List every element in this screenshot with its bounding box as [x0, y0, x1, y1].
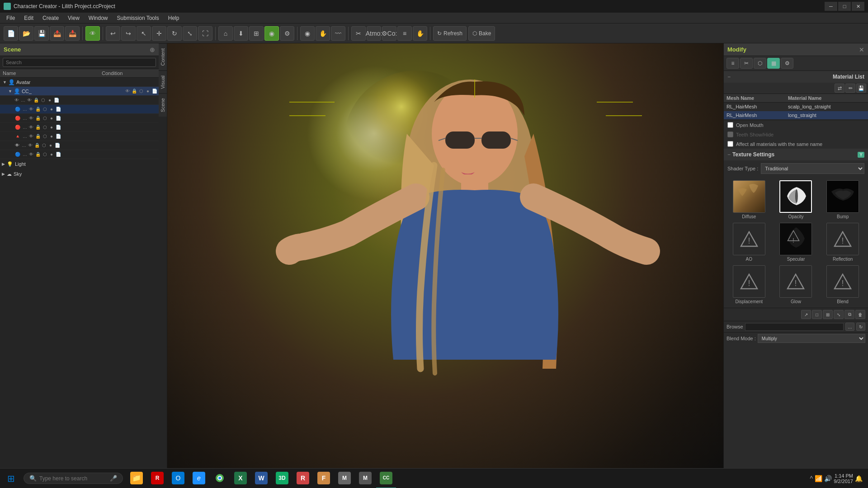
blend-mode-select[interactable]: Multiply Add Normal Screen Overlay [758, 334, 865, 343]
dot-s7[interactable]: ● [48, 152, 55, 157]
tree-row-cc[interactable]: ▼ 👤 CC_ 👁 🔒 ⬡ ● 📄 [0, 87, 159, 96]
chevron-right-light-icon[interactable]: ▶ [2, 162, 5, 166]
tab-scene[interactable]: Scene [159, 93, 167, 117]
gesture-button[interactable]: ✋ [413, 26, 427, 41]
minimize-button[interactable]: ─ [825, 2, 837, 11]
taskbar-app-cc[interactable]: CC [376, 469, 396, 488]
lock-s3[interactable]: 🔒 [35, 116, 41, 121]
viewport[interactable] [167, 43, 723, 488]
mat-row-1[interactable]: RL_HairMesh scalp_long_straight [724, 103, 868, 111]
rotate-button[interactable]: ↻ [167, 26, 182, 41]
dot-s4[interactable]: ● [48, 125, 55, 130]
lock-s[interactable]: 🔒 [33, 98, 39, 103]
tree-row-sub2[interactable]: 🔵 … 👁 🔒 ⬡ ● 📄 [0, 105, 159, 114]
modify-tab-texture[interactable]: ▦ [767, 58, 780, 69]
menu-window[interactable]: Window [84, 14, 113, 22]
material-list-collapse-icon[interactable]: − [727, 74, 731, 80]
expand-s5[interactable]: … [22, 134, 28, 139]
new-button[interactable]: 📄 [4, 26, 18, 41]
marker-icon[interactable]: ● [145, 89, 151, 94]
tab-visual[interactable]: Visual [159, 70, 167, 94]
export-button[interactable]: 📤 [50, 26, 64, 41]
taskbar-app-3d5[interactable]: M [355, 469, 375, 488]
mat-action-edit[interactable]: ✏ [845, 84, 855, 93]
modify-tab-adjust[interactable]: ≡ [726, 58, 739, 69]
eye-s6[interactable]: 👁 [27, 143, 33, 148]
mesh-s2[interactable]: ⬡ [42, 107, 48, 112]
mesh-s[interactable]: ⬡ [40, 98, 46, 103]
mesh-s6[interactable]: ⬡ [41, 143, 47, 148]
close-button[interactable]: ✕ [852, 2, 864, 11]
modify-tab-mesh[interactable]: ⬡ [754, 58, 766, 69]
texture-diffuse-thumb[interactable] [733, 180, 765, 213]
mesh-s5[interactable]: ⬡ [42, 134, 48, 139]
taskbar-app-3d2[interactable]: R [293, 469, 313, 488]
expand-icon-s1[interactable]: … [20, 98, 26, 103]
open-mouth-checkbox[interactable] [727, 122, 733, 128]
taskbar-app-rl[interactable]: R [147, 469, 167, 488]
modify-tab-settings[interactable]: ⚙ [781, 58, 793, 69]
tree-row-sub5[interactable]: 🔺 … 👁 🔒 ⬡ ● 📄 [0, 132, 159, 141]
taskbar-app-3d1[interactable]: 3D [272, 469, 292, 488]
texture-settings-collapse-icon[interactable]: − [727, 151, 731, 158]
tree-row-sky[interactable]: ▶ ☁ Sky [0, 169, 159, 179]
refresh-button[interactable]: ↻ Refresh [433, 26, 467, 41]
eye-icon[interactable]: 👁 [124, 89, 131, 94]
tex-export-button[interactable]: ↗ [801, 310, 811, 319]
mat-action-save[interactable]: 💾 [856, 84, 866, 93]
expand-icon-s2[interactable]: … [22, 107, 28, 112]
menu-create[interactable]: Create [38, 14, 63, 22]
down-button[interactable]: ⬇ [234, 26, 248, 41]
tex-delete-button[interactable]: 🗑 [855, 310, 865, 319]
tree-row-sub3[interactable]: 🔴 … 👁 🔒 ⬡ ● 📄 [0, 114, 159, 123]
doc-s2[interactable]: 📄 [55, 107, 61, 112]
taskbar-app-excel[interactable]: X [231, 469, 250, 488]
undo-button[interactable]: ↩ [106, 26, 120, 41]
maximize-button[interactable]: □ [838, 2, 851, 11]
modify-close-icon[interactable]: ✕ [859, 46, 864, 53]
eye-s2[interactable]: 👁 [28, 107, 34, 112]
tree-row-light[interactable]: ▶ 💡 Light [0, 159, 159, 169]
fullscreen-button[interactable]: ⛶ [198, 26, 212, 41]
taskbar-app-3d3[interactable]: F [314, 469, 334, 488]
browse-input[interactable] [745, 323, 844, 331]
scale-button[interactable]: ⤡ [183, 26, 197, 41]
system-clock[interactable]: 1:14 PM 9/2/2017 [834, 473, 853, 484]
eye-s4[interactable]: 👁 [28, 125, 34, 130]
affect-all-checkbox[interactable] [727, 141, 733, 147]
import-button[interactable]: 📥 [65, 26, 80, 41]
doc-s3[interactable]: 📄 [55, 116, 61, 121]
texture-bump-thumb[interactable] [826, 180, 859, 213]
texture-displacement-thumb[interactable]: ! [733, 265, 765, 298]
show-hidden-icon[interactable]: ^ [810, 475, 813, 482]
network-icon[interactable]: 📶 [815, 475, 822, 482]
tex-copy-button[interactable]: ⧉ [844, 310, 854, 319]
doc-s5[interactable]: 📄 [55, 134, 61, 139]
menu-file[interactable]: File [2, 14, 19, 22]
lock-s5[interactable]: 🔒 [35, 134, 41, 139]
tex-grid-button[interactable]: ⊞ [823, 310, 833, 319]
taskbar-app-outlook[interactable]: O [168, 469, 188, 488]
chevron-down-icon[interactable]: ▼ [3, 80, 7, 84]
dot-s2[interactable]: ● [48, 107, 55, 112]
browse-refresh-button[interactable]: ↻ [856, 323, 865, 331]
taskbar-app-word[interactable]: W [251, 469, 271, 488]
render-button[interactable]: ◉ [264, 26, 279, 41]
mat-action-1[interactable]: ⇄ [835, 84, 844, 93]
save-button[interactable]: 💾 [34, 26, 49, 41]
expand-s7[interactable]: … [22, 152, 28, 157]
lock-s2[interactable]: 🔒 [35, 107, 41, 112]
menu-view[interactable]: View [63, 14, 84, 22]
taskbar-search-box[interactable]: 🔍 🎤 [24, 473, 123, 484]
dot-s[interactable]: ● [47, 98, 53, 103]
modify-tab-bone[interactable]: ✂ [740, 58, 753, 69]
texture-opacity-thumb[interactable] [779, 180, 812, 213]
taskbar-app-explorer[interactable]: 📁 [127, 469, 146, 488]
dot-s3[interactable]: ● [48, 116, 55, 121]
eye-s5[interactable]: 👁 [28, 134, 34, 139]
texture-reflection-thumb[interactable]: ! [826, 223, 859, 255]
texture-glow-thumb[interactable]: ! [779, 265, 812, 298]
doc-icon[interactable]: 📄 [151, 89, 158, 94]
lock-s6[interactable]: 🔒 [34, 143, 40, 148]
chevron-right-sky-icon[interactable]: ▶ [2, 172, 5, 176]
